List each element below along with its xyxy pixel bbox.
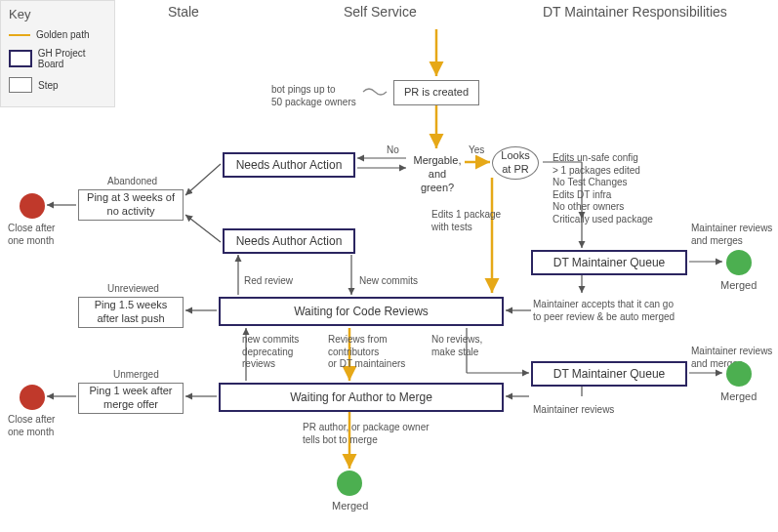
step-ping-unmerged: Ping 1 week after merge offer (78, 383, 184, 414)
label-red-review: Red review (244, 275, 293, 288)
close-dot-unmerged (20, 385, 45, 410)
merged-dot-right-1 (726, 250, 752, 275)
label-new-commits-deprecating: new commits deprecating reviews (242, 334, 299, 371)
label-unreviewed: Unreviewed (107, 283, 159, 296)
close-dot-abandoned (20, 193, 45, 219)
board-dt-queue-1: DT Maintainer Queue (531, 250, 687, 275)
label-edits-one-pkg: Edits 1 package with tests (431, 209, 501, 233)
label-yes: Yes (469, 144, 484, 157)
gh-board-swatch (9, 50, 32, 67)
label-close-after-1: Close after one month (8, 223, 55, 247)
step-looks-at-pr: Looks at PR (492, 146, 539, 180)
board-needs-author-2: Needs Author Action (223, 228, 355, 254)
label-maintainer-reviews-merges-1: Maintainer reviews and merges (691, 223, 772, 247)
header-dt: DT Maintainer Responsibilities (543, 4, 727, 20)
header-self-service: Self Service (344, 4, 417, 20)
label-merged-bottom: Merged (332, 500, 368, 513)
label-maintainer-accepts: Maintainer accepts that it can go to pee… (533, 299, 675, 323)
legend-gh-board-label: GH Project Board (38, 48, 106, 69)
step-swatch (9, 77, 32, 93)
label-unsafe-list: Edits un-safe config > 1 packages edited… (553, 152, 653, 225)
decision-mergable: Mergable, and green? (408, 150, 467, 198)
board-waiting-merge: Waiting for Author to Merge (219, 383, 504, 412)
label-unmerged: Unmerged (113, 369, 159, 382)
legend: Key Golden path GH Project Board Step (0, 0, 115, 107)
merged-dot-bottom (337, 471, 362, 496)
label-abandoned: Abandoned (107, 176, 157, 188)
board-dt-queue-2: DT Maintainer Queue (531, 361, 687, 387)
header-stale: Stale (168, 4, 199, 20)
legend-step: Step (9, 77, 106, 93)
label-merged-right-2: Merged (720, 390, 757, 404)
label-close-after-2: Close after one month (8, 414, 55, 438)
label-no: No (387, 144, 399, 157)
legend-golden-path: Golden path (9, 29, 106, 40)
label-merged-right-1: Merged (720, 279, 757, 293)
label-reviews-from: Reviews from contributors or DT maintain… (328, 334, 405, 371)
step-ping-abandoned: Ping at 3 weeks of no activity (78, 189, 184, 221)
legend-step-label: Step (38, 80, 59, 91)
board-needs-author-1: Needs Author Action (223, 152, 355, 178)
board-waiting-reviews: Waiting for Code Reviews (219, 297, 504, 326)
label-bot-pings: bot pings up to 50 package owners (271, 84, 356, 108)
label-pr-author-tells: PR author, or package owner tells bot to… (303, 422, 430, 446)
golden-path-swatch (9, 34, 30, 36)
step-ping-unreviewed: Ping 1.5 weeks after last push (78, 297, 184, 328)
svg-line-16 (185, 164, 221, 195)
label-maintainer-reviews: Maintainer reviews (533, 404, 614, 417)
label-no-reviews-stale: No reviews, make stale (431, 334, 482, 358)
svg-line-17 (185, 215, 221, 242)
legend-gh-board: GH Project Board (9, 48, 106, 69)
label-new-commits: New commits (359, 275, 418, 288)
merged-dot-right-2 (726, 361, 752, 387)
legend-title: Key (9, 7, 106, 21)
legend-golden-path-label: Golden path (36, 29, 90, 40)
step-pr-created: PR is created (393, 80, 479, 105)
